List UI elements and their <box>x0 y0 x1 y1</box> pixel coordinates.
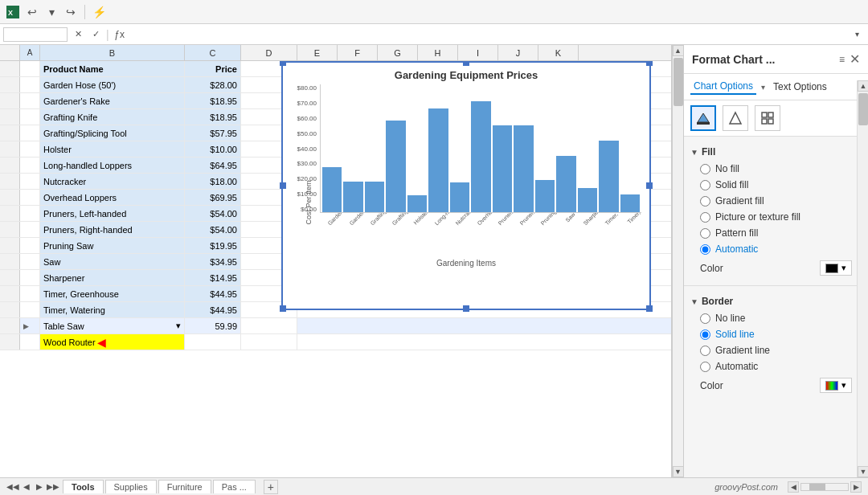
sheet-tab[interactable]: Pas ... <box>213 480 256 493</box>
panel-scroll-thumb[interactable] <box>858 93 868 125</box>
border-color-dropdown-icon[interactable]: ▾ <box>841 380 846 391</box>
undo-arrow[interactable]: ▾ <box>43 4 59 20</box>
resize-handle-tm[interactable] <box>463 61 469 66</box>
cell-b[interactable]: Nutcracker <box>40 174 185 189</box>
cell-c[interactable]: $44.95 <box>185 286 241 301</box>
dropdown-select-icon[interactable]: ▾ <box>176 321 181 331</box>
resize-handle-bm[interactable] <box>463 305 469 312</box>
undo-button[interactable]: ↩ <box>24 4 40 20</box>
col-header-C[interactable]: C <box>185 45 241 60</box>
chart-bar[interactable] <box>343 182 362 212</box>
chart-bar[interactable] <box>493 125 512 212</box>
h-scroll-left[interactable]: ◀ <box>788 481 799 493</box>
panel-options-icon[interactable]: ≡ <box>839 54 845 65</box>
cell-c-yellow[interactable] <box>185 334 241 350</box>
cell-b[interactable]: Overhead Loppers <box>40 190 185 205</box>
layout-icon-button[interactable] <box>755 105 780 131</box>
sheet-nav-prev[interactable]: ◀ <box>21 481 32 493</box>
col-header-D[interactable]: D <box>241 45 297 60</box>
cell-b[interactable]: Sharpener <box>40 270 185 285</box>
resize-handle-tr[interactable] <box>646 61 653 66</box>
chart-bar[interactable] <box>578 188 597 212</box>
cell-c[interactable]: $44.95 <box>185 302 241 317</box>
cell-a-header[interactable] <box>20 61 40 76</box>
shape-icon-button[interactable] <box>723 105 748 131</box>
sheet-tab[interactable]: Tools <box>63 480 104 493</box>
border-section-header[interactable]: ▼ Border <box>690 292 862 310</box>
scroll-up-button[interactable]: ▲ <box>673 45 684 56</box>
cell-c-dropdown[interactable]: 59.99 <box>185 318 241 333</box>
cell-reference-input[interactable] <box>3 27 68 42</box>
sheet-nav-next[interactable]: ▶ <box>34 481 45 493</box>
sheet-nav-last[interactable]: ▶▶ <box>47 481 59 493</box>
border-option-row[interactable]: Solid line <box>690 326 862 342</box>
resize-handle-br[interactable] <box>646 305 653 312</box>
cell-b[interactable]: Pruners, Right-handed <box>40 222 185 237</box>
panel-scrollbar[interactable]: ▲ ▼ <box>857 80 868 477</box>
col-header-E[interactable]: E <box>297 45 338 60</box>
chart-container[interactable]: Gardening Equipment Prices Cost Per Item… <box>281 61 651 310</box>
chart-bar[interactable] <box>620 194 640 212</box>
chart-bar[interactable] <box>322 167 342 212</box>
sheet-nav-first[interactable]: ◀◀ <box>6 481 19 493</box>
col-header-H[interactable]: H <box>418 45 458 60</box>
col-header-I[interactable]: I <box>458 45 498 60</box>
cell-b[interactable]: Pruners, Left-handed <box>40 206 185 221</box>
cell-c[interactable]: $54.00 <box>185 222 241 237</box>
fill-radio[interactable] <box>700 164 710 174</box>
insert-function-button[interactable]: ƒx <box>113 27 127 42</box>
fill-section-header[interactable]: ▼ Fill <box>690 143 862 161</box>
cell-c[interactable]: $69.95 <box>185 190 241 205</box>
cell-c[interactable]: $18.95 <box>185 109 241 125</box>
cell-c[interactable]: $34.95 <box>185 254 241 269</box>
h-scroll-thumb[interactable] <box>809 484 825 490</box>
chart-bar[interactable] <box>514 125 533 212</box>
cell-c[interactable]: $57.95 <box>185 125 241 141</box>
cell-c[interactable]: $10.00 <box>185 141 241 157</box>
fill-line-icon-button[interactable] <box>690 105 716 131</box>
col-header-B[interactable]: B <box>40 45 185 60</box>
resize-handle-bl[interactable] <box>280 305 286 312</box>
fill-option-row[interactable]: No fill <box>690 161 862 177</box>
cell-b[interactable]: Saw <box>40 254 185 269</box>
border-radio[interactable] <box>700 346 710 356</box>
col-header-F[interactable]: F <box>338 45 378 60</box>
cell-c[interactable]: $18.95 <box>185 93 241 108</box>
chart-bar[interactable] <box>407 195 427 212</box>
fill-option-row[interactable]: Gradient fill <box>690 193 862 209</box>
panel-scroll-down[interactable]: ▼ <box>858 466 868 477</box>
chart-bar[interactable] <box>428 108 448 212</box>
panel-scroll-up[interactable]: ▲ <box>858 80 868 92</box>
border-radio[interactable] <box>700 329 710 340</box>
sheet-tab[interactable]: Supplies <box>105 480 157 493</box>
cell-b-header[interactable]: Product Name <box>40 61 185 76</box>
col-header-K[interactable]: K <box>538 45 579 60</box>
border-option-row[interactable]: Gradient line <box>690 342 862 358</box>
border-radio[interactable] <box>700 313 710 324</box>
cell-b[interactable]: Pruning Saw <box>40 238 185 253</box>
cell-b[interactable]: Grafting Knife <box>40 109 185 125</box>
cell-c-header[interactable]: Price <box>185 61 241 76</box>
quick-access[interactable]: ⚡ <box>91 4 107 20</box>
border-option-row[interactable]: No line <box>690 310 862 326</box>
h-scroll-right[interactable]: ▶ <box>850 481 862 493</box>
cell-b-yellow[interactable]: Wood Router ◀ <box>40 334 185 350</box>
border-radio[interactable] <box>700 362 710 372</box>
tab-text-options[interactable]: Text Options <box>770 80 830 94</box>
col-header-A[interactable]: A <box>20 45 40 60</box>
formula-input[interactable] <box>130 29 845 40</box>
chart-bar[interactable] <box>386 121 405 212</box>
cell-c[interactable]: $19.95 <box>185 238 241 253</box>
panel-close-button[interactable]: ✕ <box>850 51 860 67</box>
cell-c[interactable]: $14.95 <box>185 270 241 285</box>
fill-radio[interactable] <box>700 212 710 223</box>
sheet-tab[interactable]: Furniture <box>158 480 211 493</box>
cell-b[interactable]: Holster <box>40 141 185 157</box>
chart-bar[interactable] <box>599 141 618 212</box>
fill-radio[interactable] <box>700 228 710 239</box>
chart-bar[interactable] <box>471 101 490 212</box>
fill-radio[interactable] <box>700 244 710 255</box>
fill-color-dropdown-icon[interactable]: ▾ <box>841 263 846 273</box>
cell-b[interactable]: Long-handled Loppers <box>40 158 185 173</box>
fill-radio[interactable] <box>700 196 710 207</box>
